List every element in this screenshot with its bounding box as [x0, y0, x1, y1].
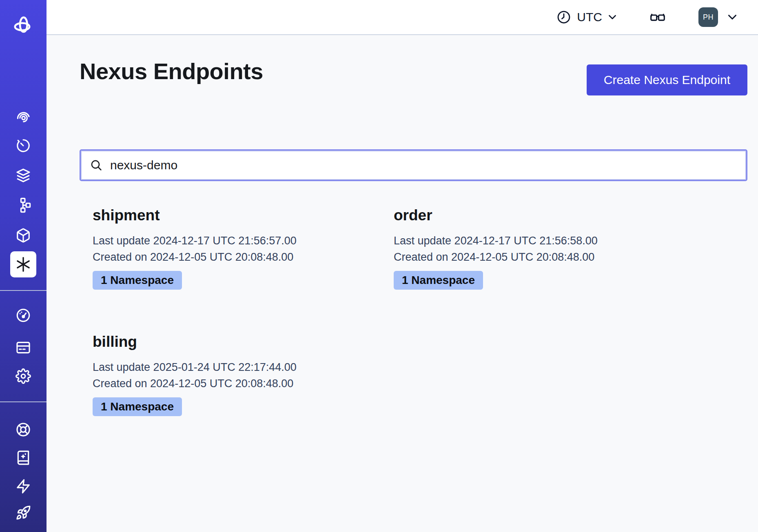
getting-started-rocket-icon	[16, 505, 31, 521]
billing-icon	[16, 340, 31, 355]
endpoint-name[interactable]: shipment	[93, 206, 394, 224]
temporal-logo[interactable]	[10, 12, 36, 38]
temporal-logo-icon	[12, 14, 34, 36]
cube-icon	[16, 228, 31, 243]
sidebar-item-usage[interactable]	[10, 302, 36, 328]
endpoint-last-update: Last update 2025-01-24 UTC 22:17:44.00	[93, 359, 394, 375]
sidebar-item-getting-started[interactable]	[10, 500, 36, 526]
sidebar-item-settings[interactable]	[10, 363, 36, 389]
search-icon	[90, 159, 103, 172]
chevron-down-icon	[725, 10, 739, 24]
page-title: Nexus Endpoints	[80, 58, 263, 85]
endpoint-card[interactable]: shipment Last update 2024-12-17 UTC 21:5…	[93, 206, 394, 290]
workflows-icon	[16, 110, 31, 125]
sidebar	[0, 0, 47, 532]
quickstart-zap-icon	[16, 479, 31, 494]
endpoint-created-on: Created on 2024-12-05 UTC 20:08:48.00	[394, 249, 695, 265]
endpoint-created-on: Created on 2024-12-05 UTC 20:08:48.00	[93, 249, 394, 265]
create-nexus-endpoint-button[interactable]: Create Nexus Endpoint	[587, 64, 747, 95]
timezone-selector[interactable]: UTC	[556, 10, 618, 24]
endpoint-last-update: Last update 2024-12-17 UTC 21:56:58.00	[394, 233, 695, 249]
usage-gauge-icon	[16, 308, 31, 323]
avatar[interactable]: PH	[698, 7, 718, 27]
topbar: UTC PH	[47, 0, 758, 35]
sidebar-item-services[interactable]	[10, 222, 36, 248]
sidebar-item-nexus[interactable]	[10, 251, 36, 277]
account-menu[interactable]: PH	[698, 7, 739, 27]
endpoint-card[interactable]: order Last update 2024-12-17 UTC 21:56:5…	[394, 206, 695, 290]
support-life-ring-icon	[16, 422, 31, 437]
sidebar-item-docs[interactable]	[10, 445, 36, 471]
deployments-icon	[16, 197, 31, 213]
timezone-label: UTC	[577, 10, 602, 24]
chevron-down-icon	[606, 11, 618, 23]
sidebar-item-schedules[interactable]	[10, 133, 36, 159]
title-row: Nexus Endpoints Create Nexus Endpoint	[80, 58, 747, 95]
batch-operations-icon	[16, 168, 31, 183]
app-root: UTC PH Nexus Endpoints Create Nexus	[0, 0, 758, 532]
nexus-asterisk-icon	[15, 256, 32, 273]
sidebar-item-batch-operations[interactable]	[10, 162, 36, 188]
namespace-count-badge: 1 Namespace	[93, 397, 182, 416]
search-input[interactable]	[109, 158, 737, 173]
docs-book-icon	[16, 450, 31, 466]
namespace-count-badge: 1 Namespace	[394, 271, 483, 290]
clock-icon	[556, 10, 571, 24]
endpoint-name[interactable]: billing	[93, 333, 394, 351]
namespace-count-badge: 1 Namespace	[93, 271, 182, 290]
glasses-icon	[649, 9, 666, 25]
endpoint-card[interactable]: billing Last update 2025-01-24 UTC 22:17…	[93, 333, 394, 416]
sidebar-divider	[0, 401, 47, 402]
endpoint-created-on: Created on 2024-12-05 UTC 20:08:48.00	[93, 375, 394, 392]
search-bar[interactable]	[80, 149, 747, 181]
sidebar-item-support[interactable]	[10, 417, 36, 443]
viewer-mode-button[interactable]	[649, 9, 666, 25]
schedules-icon	[16, 138, 31, 153]
settings-gear-icon	[16, 368, 31, 384]
sidebar-item-billing[interactable]	[10, 335, 36, 361]
sidebar-divider	[0, 290, 47, 291]
sidebar-item-workflows[interactable]	[10, 104, 36, 131]
main-content: Nexus Endpoints Create Nexus Endpoint sh…	[47, 35, 758, 532]
sidebar-item-quickstart[interactable]	[10, 473, 36, 499]
endpoint-name[interactable]: order	[394, 206, 695, 224]
endpoint-last-update: Last update 2024-12-17 UTC 21:56:57.00	[93, 233, 394, 249]
endpoints-grid: shipment Last update 2024-12-17 UTC 21:5…	[93, 206, 747, 416]
sidebar-item-deployments[interactable]	[10, 192, 36, 218]
